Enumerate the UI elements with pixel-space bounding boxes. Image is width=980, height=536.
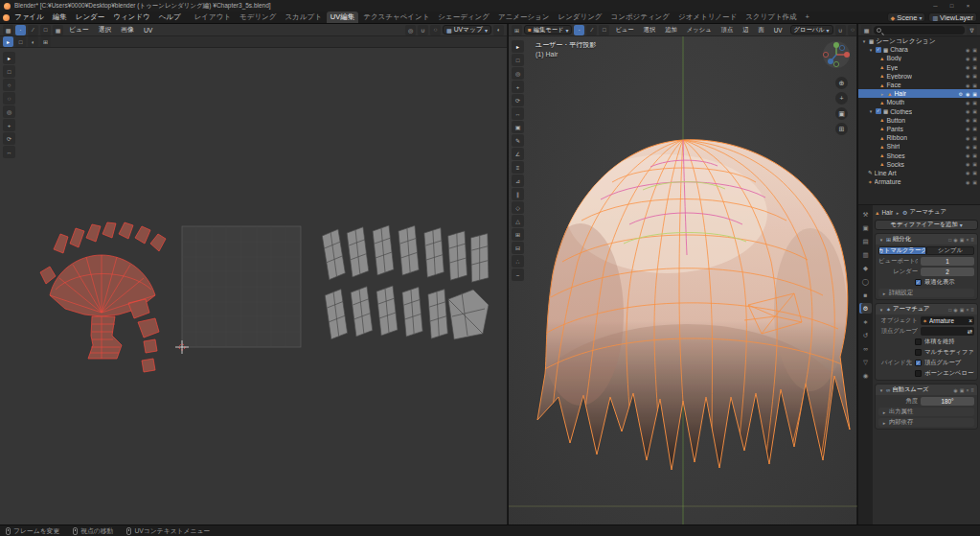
cursor-tool-icon[interactable]: ◎: [3, 105, 15, 118]
blender-menu-icon[interactable]: [3, 14, 10, 21]
camera-view-icon[interactable]: ▣: [835, 107, 848, 120]
edge-select-mode-icon[interactable]: ∕: [586, 25, 597, 35]
camera-icon[interactable]: ▣: [972, 100, 977, 105]
zoom-icon[interactable]: ⊕: [835, 77, 848, 89]
scene-tab-icon[interactable]: ◆: [859, 263, 872, 273]
uv-menu-uv[interactable]: UV: [140, 27, 156, 34]
tool-option-icon[interactable]: ⊞: [40, 36, 51, 47]
eye-icon[interactable]: ◉: [966, 117, 969, 123]
collection-checkbox[interactable]: ✓: [876, 108, 881, 114]
display-realtime-icon[interactable]: ◉: [953, 387, 957, 393]
add-workspace-button[interactable]: +: [802, 12, 813, 23]
eye-icon[interactable]: ◉: [966, 179, 969, 185]
vertex-group-field[interactable]: ⇄: [921, 327, 974, 336]
mode-select[interactable]: ■ 編集モード ▾: [524, 25, 572, 35]
camera-icon[interactable]: ▣: [972, 144, 977, 150]
uv-menu-select[interactable]: 選択: [95, 25, 116, 35]
outliner-row-mouth[interactable]: ▲ Mouth ◉▣: [858, 98, 980, 106]
loop-cut-tool-icon[interactable]: ◇: [512, 201, 524, 214]
uv-overlay-icon[interactable]: ◐: [493, 25, 504, 35]
eye-icon[interactable]: ◉: [966, 126, 969, 131]
cursor-tool-icon[interactable]: ◎: [512, 67, 524, 80]
navigation-gizmo[interactable]: [822, 40, 851, 69]
menu-file[interactable]: ファイル: [11, 12, 48, 22]
workspace-tab-layout[interactable]: レイアウト: [191, 12, 235, 23]
extrude-tool-icon[interactable]: ≡: [512, 161, 524, 174]
outliner-row-pants[interactable]: ▲ Pants ◉▣: [858, 125, 980, 133]
simple-button[interactable]: シンプル: [926, 246, 974, 255]
workspace-tab-uv-editing[interactable]: UV編集: [327, 12, 358, 23]
knife-tool-icon[interactable]: △: [512, 215, 524, 227]
smooth-tool-icon[interactable]: ∴: [512, 255, 524, 268]
render-levels-field[interactable]: 2: [921, 268, 974, 276]
orientation-select[interactable]: グローバル ▾: [790, 25, 833, 35]
viewport-canvas[interactable]: ▸ □ ◎ + ⟳ ↔ ▣ ✎ ∠ ≡ ⊿ ∥ ◇ △ ⊞ ⊟ ∴ ~ ユーザー…: [509, 36, 856, 524]
workspace-tab-sculpting[interactable]: スカルプト: [281, 12, 325, 23]
display-render-icon[interactable]: ▣: [960, 387, 965, 393]
camera-icon[interactable]: ▣: [972, 91, 977, 97]
close-button[interactable]: ×: [960, 0, 976, 12]
outliner-row-face[interactable]: ▲ Face ◉▣: [858, 81, 980, 89]
workspace-tab-compositing[interactable]: コンポジティング: [607, 12, 673, 23]
camera-icon[interactable]: ▣: [972, 73, 977, 79]
expand-caret-icon[interactable]: ▾: [878, 307, 884, 313]
expand-caret-icon[interactable]: ▾: [868, 47, 874, 53]
display-realtime-icon[interactable]: ◉: [953, 307, 957, 313]
display-render-icon[interactable]: ▣: [960, 307, 965, 313]
vp-menu-add[interactable]: 追加: [661, 26, 681, 35]
tool-option-icon[interactable]: ◐: [28, 36, 38, 47]
tool-option-icon[interactable]: □: [15, 36, 26, 47]
outliner-row-scene-collection[interactable]: ▾ ▦ シーンコレクション: [858, 36, 980, 45]
modifier-header[interactable]: ▾ ∞ 自動スムーズ ◉ ▣ × ⠿: [876, 385, 977, 395]
transform-tool-icon[interactable]: ▣: [512, 121, 524, 133]
advanced-section[interactable]: ▸ 詳細設定: [878, 289, 974, 297]
uv-menu-image[interactable]: 画像: [117, 25, 138, 35]
camera-icon[interactable]: ▣: [972, 56, 977, 61]
outliner-row-eyebrow[interactable]: ▲ Eyebrow ◉▣: [858, 72, 980, 81]
expand-caret-icon[interactable]: ▾: [868, 108, 874, 114]
constraints-tab-icon[interactable]: ∞: [859, 343, 872, 354]
move-tool-icon[interactable]: +: [512, 81, 524, 93]
display-render-icon[interactable]: ▣: [960, 237, 965, 243]
clear-icon[interactable]: ×: [969, 317, 972, 324]
camera-icon[interactable]: ▣: [972, 135, 977, 141]
poly-build-tool-icon[interactable]: ⊞: [512, 228, 524, 241]
pan-icon[interactable]: +: [835, 92, 848, 105]
output-tab-icon[interactable]: ▤: [859, 236, 872, 246]
rotate-tool-icon[interactable]: ⟳: [512, 94, 524, 106]
internal-dependencies-section[interactable]: ▸ 内部依存: [878, 418, 974, 427]
camera-icon[interactable]: ▣: [972, 108, 977, 114]
expand-caret-icon[interactable]: ▾: [878, 387, 884, 393]
output-attributes-section[interactable]: ▸ 出力属性: [878, 408, 974, 416]
camera-icon[interactable]: ▣: [972, 161, 977, 167]
camera-icon[interactable]: ▣: [972, 152, 977, 158]
eye-icon[interactable]: ◉: [966, 56, 969, 61]
outliner-row-ribbon[interactable]: ▲ Ribbon ◉▣: [858, 133, 980, 142]
camera-icon[interactable]: ▣: [972, 179, 977, 185]
outliner-row-button[interactable]: ▲ Button ◉▣: [858, 116, 980, 125]
expand-caret-icon[interactable]: ▾: [878, 237, 884, 243]
viewlayer-select[interactable]: ▥ ViewLayer: [928, 12, 977, 22]
perspective-toggle-icon[interactable]: ⊞: [835, 123, 848, 135]
proportional-edit-icon[interactable]: ◌: [848, 25, 856, 35]
outliner-row-clothes[interactable]: ▾ ✓ ▦ Clothes ◉▣: [858, 107, 980, 116]
bind-vertex-groups-checkbox[interactable]: ✓: [915, 360, 922, 366]
select-lasso-tool-icon[interactable]: ◌: [3, 92, 15, 105]
face-select-mode-icon[interactable]: □: [599, 25, 609, 35]
outliner-row-shirt[interactable]: ▲ Shirt ◉▣: [858, 142, 980, 151]
close-icon[interactable]: ×: [966, 387, 969, 393]
vp-menu-face[interactable]: 面: [754, 26, 767, 35]
uv-select-mode-island-icon[interactable]: ▦: [53, 25, 63, 35]
modifier-header[interactable]: ▾ ✶ アーマチュア □ ◉ ▣ × ⠿: [876, 304, 977, 315]
camera-icon[interactable]: ▣: [972, 117, 977, 123]
eye-icon[interactable]: ◉: [966, 152, 969, 158]
render-tab-icon[interactable]: ▣: [859, 222, 872, 233]
select-box-tool-icon[interactable]: □: [512, 54, 524, 66]
breadcrumb-object[interactable]: Hair: [881, 209, 893, 216]
workspace-tab-rendering[interactable]: レンダリング: [554, 12, 605, 23]
menu-render[interactable]: レンダー: [72, 12, 109, 22]
editor-type-outliner-icon[interactable]: ▦: [861, 25, 872, 35]
outliner-row-armature[interactable]: ✶ Armature ◉▣: [858, 177, 980, 186]
outliner-row-eye[interactable]: ▲ Eye ◉▣: [858, 63, 980, 72]
angle-field[interactable]: 180°: [921, 397, 974, 406]
